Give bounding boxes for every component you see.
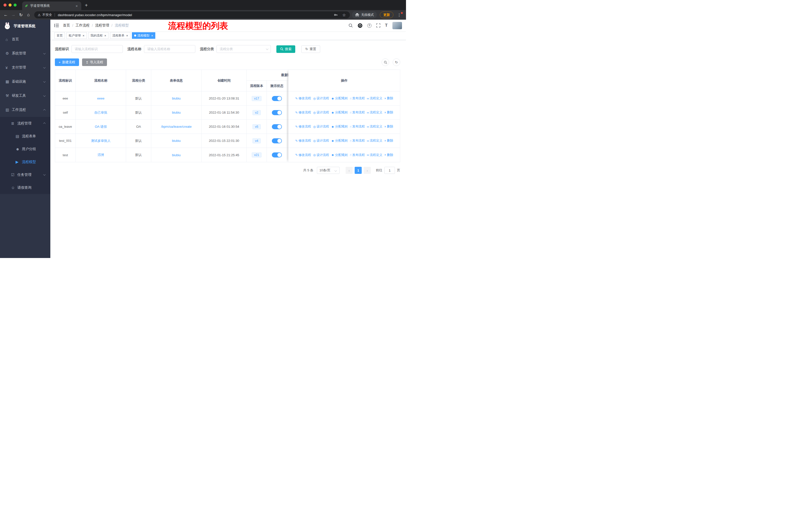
github-icon[interactable] xyxy=(358,23,362,28)
process-name-link[interactable]: 测试多审批人 xyxy=(91,139,111,143)
sidebar-item-home[interactable]: ⌂首页 xyxy=(0,32,50,46)
close-icon[interactable]: × xyxy=(126,34,128,37)
process-definition-link[interactable]: ∞流程定义 xyxy=(367,139,382,143)
close-window-button[interactable] xyxy=(3,3,6,6)
process-definition-link[interactable]: ∞流程定义 xyxy=(367,110,382,115)
active-toggle[interactable] xyxy=(272,138,282,143)
process-definition-link[interactable]: ∞流程定义 xyxy=(367,125,382,129)
search-button[interactable]: 搜索 xyxy=(277,45,295,53)
browser-tab[interactable]: 芋道管理系统 × xyxy=(22,1,81,10)
close-icon[interactable]: × xyxy=(83,34,85,37)
process-name-link[interactable]: 自己审批 xyxy=(94,110,108,115)
reload-button[interactable]: ↻ xyxy=(17,11,25,19)
home-button[interactable]: ⌂ xyxy=(25,11,32,19)
page-1-button[interactable]: 1 xyxy=(355,167,362,174)
sidebar-item-payment[interactable]: ¥支付管理 xyxy=(0,60,50,75)
update-button[interactable]: 更新 xyxy=(380,11,394,18)
publish-process-link[interactable]: ☝发布流程 xyxy=(350,110,365,115)
publish-process-link[interactable]: ☝发布流程 xyxy=(350,139,365,143)
search-icon[interactable] xyxy=(348,23,353,28)
toggle-search-button[interactable] xyxy=(382,58,389,66)
key-icon[interactable] xyxy=(334,13,338,17)
tag-home[interactable]: 首页 xyxy=(54,32,65,39)
user-avatar[interactable] xyxy=(393,22,402,29)
active-toggle[interactable] xyxy=(272,96,282,101)
close-icon[interactable]: × xyxy=(151,34,153,37)
tag-process-form[interactable]: 流程表单× xyxy=(110,32,130,39)
process-definition-link[interactable]: ∞流程定义 xyxy=(367,153,382,157)
active-toggle[interactable] xyxy=(272,124,282,129)
publish-process-link[interactable]: ☝发布流程 xyxy=(350,96,365,101)
design-process-link[interactable]: ◎设计流程 xyxy=(313,153,329,157)
process-name-link[interactable]: 滔博 xyxy=(98,153,104,157)
fullscreen-icon[interactable] xyxy=(376,23,380,27)
sidebar-item-infrastructure[interactable]: ▦基础设施 xyxy=(0,75,50,89)
breadcrumb-process-mgmt[interactable]: 流程管理 xyxy=(95,23,109,28)
help-icon[interactable]: ? xyxy=(367,23,372,28)
form-info-link[interactable]: biubiu xyxy=(172,97,181,100)
assign-rule-link[interactable]: ☻分配规则 xyxy=(331,153,348,157)
browser-menu-icon[interactable]: ⋮ xyxy=(396,12,403,18)
publish-process-link[interactable]: ☝发布流程 xyxy=(350,153,365,157)
form-info-link[interactable]: biubiu xyxy=(172,139,181,143)
delete-link[interactable]: ×删除 xyxy=(384,96,393,101)
sidebar-item-dev-tools[interactable]: ⚒研发工具 xyxy=(0,89,50,103)
breadcrumb-workflow[interactable]: 工作流程 xyxy=(76,23,90,28)
create-process-button[interactable]: + 新建流程 xyxy=(55,58,79,66)
design-process-link[interactable]: ◎设计流程 xyxy=(313,125,329,129)
back-button[interactable]: ← xyxy=(2,11,9,19)
edit-process-link[interactable]: ✎修改流程 xyxy=(295,125,311,129)
form-info-link[interactable]: biubiu xyxy=(172,111,181,114)
edit-process-link[interactable]: ✎修改流程 xyxy=(295,139,311,143)
design-process-link[interactable]: ◎设计流程 xyxy=(313,96,329,101)
assign-rule-link[interactable]: ☻分配规则 xyxy=(331,139,348,143)
refresh-table-button[interactable]: ↻ xyxy=(393,58,400,66)
tag-process-model[interactable]: 流程模型× xyxy=(132,32,155,39)
edit-process-link[interactable]: ✎修改流程 xyxy=(295,110,311,115)
url-text[interactable]: dashboard.yudao.iocoder.cn/bpm/manager/m… xyxy=(58,13,332,17)
edit-process-link[interactable]: ✎修改流程 xyxy=(295,153,311,157)
assign-rule-link[interactable]: ☻分配规则 xyxy=(331,125,348,129)
delete-link[interactable]: ×删除 xyxy=(384,139,393,143)
design-process-link[interactable]: ◎设计流程 xyxy=(313,139,329,143)
tag-tenant[interactable]: 租户管理× xyxy=(66,32,87,39)
delete-link[interactable]: ×删除 xyxy=(384,125,393,129)
edit-process-link[interactable]: ✎修改流程 xyxy=(295,96,311,101)
assign-rule-link[interactable]: ☻分配规则 xyxy=(331,110,348,115)
reset-button[interactable]: ↻ 重置 xyxy=(301,45,320,53)
page-size-select[interactable]: 10条/页 xyxy=(317,167,340,174)
delete-link[interactable]: ×删除 xyxy=(384,153,393,157)
sidebar-item-process-mgmt[interactable]: ≣流程管理 xyxy=(0,117,50,130)
sidebar-item-system[interactable]: ⚙系统管理 xyxy=(0,46,50,60)
process-name-link[interactable]: OA 请假 xyxy=(95,125,107,129)
breadcrumb-home[interactable]: 首页 xyxy=(63,23,70,28)
forward-button[interactable]: → xyxy=(9,11,17,19)
goto-page-input[interactable] xyxy=(384,167,395,174)
design-process-link[interactable]: ◎设计流程 xyxy=(313,110,329,115)
active-toggle[interactable] xyxy=(272,153,282,158)
form-info-link[interactable]: /bpm/oa/leave/create xyxy=(161,125,192,129)
import-process-button[interactable]: ↥ 导入流程 xyxy=(82,58,107,66)
process-id-input[interactable] xyxy=(71,45,123,53)
sidebar-item-task-mgmt[interactable]: ☑任务管理 xyxy=(0,168,50,181)
process-definition-link[interactable]: ∞流程定义 xyxy=(367,96,382,101)
sidebar-logo[interactable]: 芋道管理系统 xyxy=(0,20,50,32)
hamburger-icon[interactable] xyxy=(54,23,59,27)
close-icon[interactable]: × xyxy=(105,34,107,37)
category-select[interactable] xyxy=(216,45,271,53)
form-info-link[interactable]: biubiu xyxy=(172,153,181,157)
publish-process-link[interactable]: ☝发布流程 xyxy=(350,125,365,129)
process-name-input[interactable] xyxy=(144,45,195,53)
minimize-window-button[interactable] xyxy=(8,3,11,6)
sidebar-item-process-model[interactable]: ▶流程模型 xyxy=(0,156,50,168)
next-page-button[interactable]: › xyxy=(364,167,371,174)
process-name-link[interactable]: eeee xyxy=(97,97,105,100)
sidebar-item-leave-query[interactable]: ☺请假查询 xyxy=(0,181,50,194)
sidebar-item-user-group[interactable]: ☻用户分组 xyxy=(0,143,50,156)
active-toggle[interactable] xyxy=(272,110,282,115)
prev-page-button[interactable]: ‹ xyxy=(346,167,353,174)
delete-link[interactable]: ×删除 xyxy=(384,110,393,115)
security-label[interactable]: 不安全 xyxy=(42,12,52,17)
sidebar-item-process-form[interactable]: ▤流程表单 xyxy=(0,130,50,143)
address-bar[interactable]: ⚠ 不安全 dashboard.yudao.iocoder.cn/bpm/man… xyxy=(34,11,350,19)
